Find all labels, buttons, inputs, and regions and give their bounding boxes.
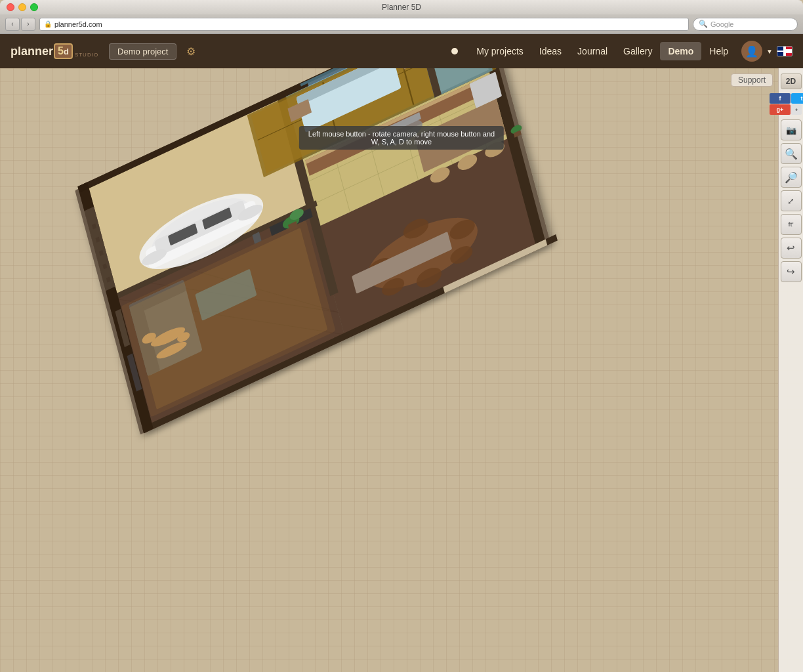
fullscreen-button[interactable]: ⤢	[781, 190, 802, 211]
camera-icon: 📷	[786, 125, 796, 135]
googleplus-button[interactable]: g+	[770, 104, 791, 115]
screenshot-button[interactable]: 📷	[781, 119, 802, 140]
nav-demo[interactable]: Demo	[660, 42, 701, 60]
floor-plan-svg	[0, 68, 636, 652]
undo-icon: ↩	[787, 242, 795, 254]
share-button[interactable]: +	[791, 104, 802, 115]
user-avatar[interactable]: 👤	[741, 41, 762, 62]
zoom-in-icon: 🔍	[785, 148, 798, 160]
isometric-group	[74, 68, 558, 435]
zoom-out-button[interactable]: 🔎	[781, 167, 802, 188]
support-button-area: Support	[731, 74, 773, 87]
settings-button[interactable]: ⚙	[182, 42, 200, 60]
maximize-button[interactable]	[30, 3, 38, 11]
nav-journal[interactable]: Journal	[569, 42, 615, 60]
logo-studio: studio	[75, 52, 98, 58]
nav-dot	[451, 48, 458, 54]
twitter-icon: t	[801, 95, 803, 102]
close-button[interactable]	[7, 3, 14, 11]
3d-view-wrapper[interactable]	[0, 68, 778, 672]
units-label: ft'	[788, 221, 793, 228]
project-name-button[interactable]: Demo project	[109, 43, 176, 60]
googleplus-icon: g+	[777, 106, 784, 113]
support-button[interactable]: Support	[731, 74, 773, 87]
back-button[interactable]: ‹	[5, 18, 20, 31]
browser-toolbar: ‹ › 🔒 planner5d.com 🔍 Google	[0, 14, 803, 34]
secure-icon: 🔒	[44, 20, 52, 28]
browser-titlebar: Planner 5D	[0, 0, 803, 14]
search-bar[interactable]: 🔍 Google	[693, 18, 798, 31]
nav-help[interactable]: Help	[701, 42, 736, 60]
settings-icon: ⚙	[186, 45, 196, 58]
redo-icon: ↪	[787, 266, 795, 278]
zoom-in-button[interactable]: 🔍	[781, 143, 802, 164]
nav-ideas[interactable]: Ideas	[531, 42, 569, 60]
facebook-icon: f	[779, 95, 781, 102]
minimize-button[interactable]	[18, 3, 26, 11]
redo-button[interactable]: ↪	[781, 261, 802, 282]
address-text: planner5d.com	[54, 20, 102, 28]
project-name-area: Demo project ⚙	[109, 42, 200, 60]
undo-button[interactable]: ↩	[781, 238, 802, 259]
app-header: planner 5d studio Demo project ⚙ My proj…	[0, 34, 803, 68]
forward-button[interactable]: ›	[21, 18, 35, 31]
fullscreen-icon: ⤢	[787, 196, 794, 206]
app-container: planner 5d studio Demo project ⚙ My proj…	[0, 34, 803, 672]
zoom-out-icon: 🔎	[785, 171, 798, 184]
view-2d-button[interactable]: 2D	[781, 74, 802, 89]
language-flag-icon[interactable]	[777, 46, 793, 56]
social-buttons: f t g+ +	[770, 93, 803, 115]
tooltip-line2: W, S, A, D to move	[308, 138, 495, 146]
user-chevron-icon[interactable]: ▼	[766, 48, 773, 55]
tooltip-bar: Left mouse button - rotate camera, right…	[299, 126, 504, 150]
right-sidebar: 2D f t g+ +	[778, 68, 803, 672]
browser-nav-buttons: ‹ ›	[5, 18, 35, 31]
units-button[interactable]: ft'	[781, 214, 802, 235]
facebook-button[interactable]: f	[770, 93, 791, 104]
address-bar[interactable]: 🔒 planner5d.com	[39, 18, 689, 31]
browser-frame: Planner 5D ‹ › 🔒 planner5d.com 🔍 Google …	[0, 0, 803, 672]
twitter-button[interactable]: t	[791, 93, 803, 104]
nav-links: My projects Ideas Journal Gallery Demo H…	[451, 42, 736, 60]
search-placeholder: Google	[710, 20, 733, 28]
logo-text: planner	[10, 45, 53, 58]
nav-gallery[interactable]: Gallery	[615, 42, 660, 60]
search-icon: 🔍	[699, 20, 708, 28]
tooltip-line1: Left mouse button - rotate camera, right…	[308, 130, 495, 138]
nav-my-projects[interactable]: My projects	[468, 42, 531, 60]
nav-user-area: 👤 ▼	[741, 41, 793, 62]
canvas-area[interactable]: Support Left mouse button - rotate camer…	[0, 68, 803, 672]
logo-area: planner 5d studio	[10, 43, 98, 59]
browser-title: Planner 5D	[382, 3, 421, 12]
browser-window-controls	[7, 3, 38, 11]
logo-badge: 5d	[54, 43, 73, 59]
